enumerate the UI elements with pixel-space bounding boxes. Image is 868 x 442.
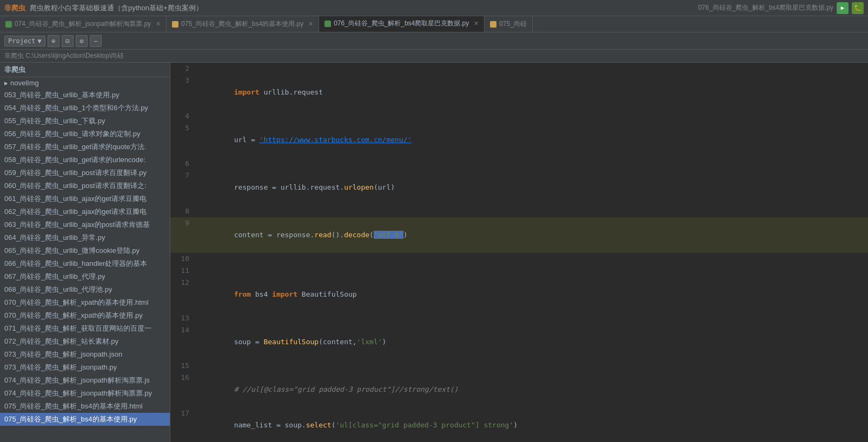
sidebar-item-062[interactable]: 062_尚硅谷_爬虫_urllib_ajax的get请求豆瓣电	[0, 205, 170, 218]
sidebar-item-070html[interactable]: 070_尚硅谷_爬虫_解析_xpath的基本使用.html	[0, 296, 170, 309]
str-selector: 'ul[class="grid padded-3 product"] stron…	[335, 421, 513, 429]
breadcrumb-text: 非爬虫 C:\Users\lijingAction\Desktop\尚硅	[4, 51, 124, 61]
tab-icon-075b	[490, 21, 496, 28]
sidebar-item-073py[interactable]: 073_尚硅谷_爬虫_解析_jsonpath.py	[0, 361, 170, 374]
code-line-9: 9 content = response.read().decode('utf-…	[170, 217, 868, 253]
plain-5a: url =	[234, 136, 260, 144]
tab-close-074[interactable]: ✕	[156, 21, 161, 28]
line-num-10: 10	[170, 253, 195, 265]
fn-urlopen: urlopen	[344, 183, 374, 191]
tab-075b[interactable]: 075_尚硅	[485, 16, 533, 32]
project-label: Project	[8, 37, 36, 45]
fn-select: select	[306, 421, 332, 429]
sidebar-item-066[interactable]: 066_尚硅谷_爬虫_urllib_handler处理器的基本	[0, 257, 170, 270]
sidebar-item-063[interactable]: 063_尚硅谷_爬虫_urllib_ajax的post请求肯德基	[0, 218, 170, 231]
code-line-6: 6	[170, 158, 868, 170]
code-line-2: 2	[170, 63, 868, 75]
sidebar-item-074py[interactable]: 074_尚硅谷_爬虫_解析_jsonpath解析淘票票.py	[0, 387, 170, 400]
sidebar-item-072[interactable]: 072_尚硅谷_爬虫_解析_站长素材.py	[0, 335, 170, 348]
active-file-label: 076_尚硅谷_爬虫_解析_bs4爬取星巴克数据.py	[698, 3, 833, 12]
sidebar-item-053[interactable]: 053_尚硅谷_爬虫_urllib_基本使用.py	[0, 89, 170, 102]
tab-076[interactable]: 076_尚硅谷_爬虫_解析_bs4爬取星巴克数据.py ✕	[319, 16, 485, 32]
line-content-9: content = response.read().decode('utf-8'…	[195, 217, 868, 253]
tab-075[interactable]: 075_尚硅谷_爬虫_解析_bs4的基本使用.py ✕	[167, 16, 319, 32]
globe-icon: ⊕	[51, 37, 55, 45]
line-num-16: 16	[170, 372, 195, 384]
str-lxml: 'lxml'	[357, 338, 382, 346]
keyword-import-2: import	[272, 290, 297, 298]
sidebar-novel-img[interactable]: ▸ novelImg	[0, 77, 170, 89]
split-button[interactable]: ⊟	[62, 35, 74, 47]
globe-button[interactable]: ⊕	[48, 35, 59, 47]
line-num-9: 9	[170, 217, 195, 229]
sidebar-item-073json[interactable]: 073_尚硅谷_爬虫_解析_jsonpath.json	[0, 348, 170, 361]
line-num-3: 3	[170, 75, 195, 86]
line-num-14: 14	[170, 324, 195, 336]
plain-14c: )	[382, 338, 387, 346]
dropdown-arrow-icon: ▼	[38, 37, 42, 45]
line-content-12: from bs4 import BeautifulSoup	[195, 277, 868, 312]
title-bar: 非爬虫 爬虫教程小白零基础极速通（含python基础+爬虫案例） 076_尚硅谷…	[0, 0, 868, 16]
code-line-16: 16 # //ul[@class="grid padded-3 product"…	[170, 372, 868, 407]
settings-button[interactable]: ⚙	[76, 35, 88, 47]
plain-17c: )	[513, 421, 518, 429]
title-bar-right: 076_尚硅谷_爬虫_解析_bs4爬取星巴克数据.py 🐛	[698, 2, 864, 14]
tab-074[interactable]: 074_尚硅谷_爬虫_解析_jsonpath解析淘票票.py ✕	[0, 16, 167, 32]
project-dropdown[interactable]: Project ▼	[4, 36, 45, 46]
tab-label-075b: 075_尚硅	[499, 19, 527, 29]
plain-14b: (content,	[319, 338, 356, 346]
sidebar-item-058[interactable]: 058_尚硅谷_爬虫_urllib_get请求的urlencode:	[0, 153, 170, 166]
sidebar-project-label: 非爬虫	[4, 65, 25, 73]
line-content-17: name_list = soup.select('ul[class="grid …	[195, 407, 868, 442]
sidebar-item-054[interactable]: 054_尚硅谷_爬虫_urllib_1个类型和6个方法.py	[0, 102, 170, 115]
tab-close-075[interactable]: ✕	[308, 21, 313, 28]
sidebar-item-075py[interactable]: 075_尚硅谷_爬虫_解析_bs4的基本使用.py	[0, 413, 170, 426]
sidebar-item-065[interactable]: 065_尚硅谷_爬虫_urllib_微博cookie登陆.py	[0, 244, 170, 257]
tab-label-076: 076_尚硅谷_爬虫_解析_bs4爬取星巴克数据.py	[334, 19, 469, 28]
code-line-5: 5 url = 'https://www.starbucks.com.cn/me…	[170, 122, 868, 158]
sidebar-item-068[interactable]: 068_尚硅谷_爬虫_urllib_代理池.py	[0, 283, 170, 296]
line-num-11: 11	[170, 265, 195, 277]
sidebar-item-060[interactable]: 060_尚硅谷_爬虫_urllib_post请求百度翻译之:	[0, 179, 170, 192]
tab-icon-074	[5, 21, 12, 28]
keyword-import: import	[234, 88, 260, 96]
plain-17a: name_list = soup.	[234, 421, 306, 429]
run-button[interactable]	[837, 2, 849, 14]
plain-3: urllib.request	[260, 88, 323, 96]
sidebar-item-059[interactable]: 059_尚硅谷_爬虫_urllib_post请求百度翻译.py	[0, 166, 170, 179]
line-num-6: 6	[170, 158, 195, 170]
code-line-12: 12 from bs4 import BeautifulSoup	[170, 277, 868, 312]
line-content-7: response = urllib.request.urlopen(url)	[195, 170, 868, 205]
sidebar-item-061[interactable]: 061_尚硅谷_爬虫_urllib_ajax的get请求豆瓣电	[0, 192, 170, 205]
split-icon: ⊟	[65, 37, 69, 45]
code-line-10: 10	[170, 253, 868, 265]
code-line-17: 17 name_list = soup.select('ul[class="gr…	[170, 407, 868, 442]
keyword-from: from	[234, 290, 251, 298]
sidebar-item-057[interactable]: 057_尚硅谷_爬虫_urllib_get请求的quote方法.	[0, 140, 170, 153]
plain-7: response = urllib.request.	[234, 183, 344, 191]
line-content-16: # //ul[@class="grid padded-3 product"]//…	[195, 372, 868, 407]
sidebar: 非爬虫 ▸ novelImg 053_尚硅谷_爬虫_urllib_基本使用.py…	[0, 63, 170, 442]
sidebar-item-056[interactable]: 056_尚硅谷_爬虫_urllib_请求对象的定制.py	[0, 128, 170, 140]
minimize-button[interactable]: −	[90, 35, 102, 47]
sidebar-item-071[interactable]: 071_尚硅谷_爬虫_解析_获取百度网站的百度一	[0, 322, 170, 335]
main-layout: 非爬虫 ▸ novelImg 053_尚硅谷_爬虫_urllib_基本使用.py…	[0, 63, 868, 442]
sidebar-item-064[interactable]: 064_尚硅谷_爬虫_urllib_异常.py	[0, 231, 170, 244]
toolbar: Project ▼ ⊕ ⊟ ⚙ −	[0, 32, 868, 50]
plain-12a: bs4	[251, 290, 272, 298]
tab-close-076[interactable]: ✕	[474, 20, 479, 27]
debug-button[interactable]: 🐛	[852, 2, 864, 14]
sidebar-item-067[interactable]: 067_尚硅谷_爬虫_urllib_代理.py	[0, 270, 170, 283]
comment-16: # //ul[@class="grid padded-3 product"]//…	[234, 385, 459, 393]
sidebar-item-070py[interactable]: 070_尚硅谷_爬虫_解析_xpath的基本使用.py	[0, 309, 170, 322]
code-line-14: 14 soup = BeautifulSoup(content,'lxml')	[170, 324, 868, 360]
line-content-3: import urllib.request	[195, 75, 868, 110]
app-name: 非爬虫	[4, 3, 25, 13]
sidebar-item-075html[interactable]: 075_尚硅谷_爬虫_解析_bs4的基本使用.html	[0, 400, 170, 413]
line-num-15: 15	[170, 360, 195, 372]
code-editor[interactable]: 2 3 import urllib.request 4 5 url = 'htt…	[170, 63, 868, 442]
sidebar-item-074js[interactable]: 074_尚硅谷_爬虫_解析_jsonpath解析淘票票.js	[0, 374, 170, 387]
url-string: 'https://www.starbucks.com.cn/menu/'	[260, 136, 412, 144]
sidebar-item-055[interactable]: 055_尚硅谷_爬虫_urllib_下载.py	[0, 115, 170, 128]
fn-decode: decode	[344, 231, 369, 239]
